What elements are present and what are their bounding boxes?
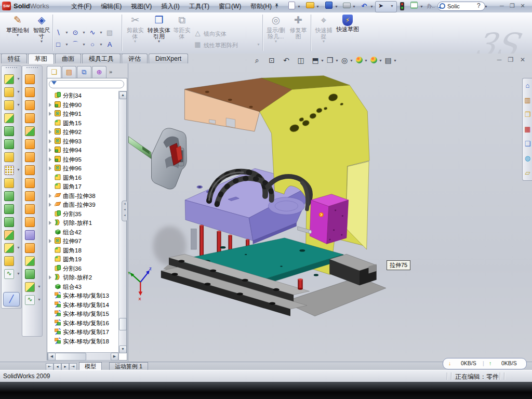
tree-item[interactable]: 分割34 <box>47 91 118 100</box>
extruded-surface-button[interactable] <box>22 73 42 86</box>
dropdown-icon[interactable]: ▼ <box>393 59 397 62</box>
planar-surface-button[interactable] <box>22 151 42 164</box>
tree-item[interactable]: 圆角15 <box>47 118 118 128</box>
menu-item[interactable]: 工具(T) <box>184 0 214 12</box>
zoom-to-fit-icon[interactable]: ⌕ <box>251 55 263 66</box>
reference-geometry-button[interactable] <box>2 255 21 268</box>
save-dropdown-icon[interactable]: ▼ <box>335 5 338 8</box>
tree-item[interactable]: 圆角18 <box>47 246 118 255</box>
ribbon-tab-3[interactable]: 模具工具 <box>82 54 121 63</box>
guide-rod[interactable] <box>129 137 151 159</box>
arc-button[interactable]: ⌒▼ <box>70 39 87 50</box>
curve-button[interactable]: ∿▼ <box>2 268 21 281</box>
extruded-boss-button[interactable]: ▼ <box>2 73 21 86</box>
options-dropdown-icon[interactable]: ▼ <box>420 5 423 8</box>
menu-item[interactable]: 文件(F) <box>66 0 96 12</box>
shell-button[interactable] <box>2 216 21 229</box>
circle-button[interactable]: ⊙▼ <box>70 27 87 38</box>
tree-item[interactable]: 实体-移动/复制15 <box>47 309 118 318</box>
tree-item[interactable]: 拉伸90 <box>47 100 118 110</box>
linear-pattern-button[interactable]: ▼ <box>2 164 21 177</box>
line-button[interactable]: ∖▼ <box>52 27 70 38</box>
tree-item[interactable]: 拉伸97 <box>47 236 118 246</box>
lofted-surface-button[interactable] <box>22 112 42 125</box>
ribbon-tab-1[interactable]: 草图 <box>28 54 54 64</box>
smart-dimension-button[interactable]: ◈ 智能尺寸 ▼ <box>31 14 52 51</box>
model-3d-view[interactable]: Y Z X <box>128 54 532 362</box>
tree-item[interactable]: 实体-移动/复制17 <box>47 327 118 337</box>
tree-item[interactable]: 拉伸91 <box>47 109 118 118</box>
thicken-button[interactable] <box>22 268 42 281</box>
measure-button[interactable]: ╱ <box>3 292 20 307</box>
toolbar-grip[interactable] <box>6 67 17 72</box>
filled-surface-button[interactable] <box>22 138 42 151</box>
expander-icon[interactable] <box>49 112 51 116</box>
doc-nav-button[interactable]: ▸ <box>61 363 69 370</box>
dropdown-icon[interactable]: ▼ <box>37 298 41 301</box>
convert-entities-button[interactable]: ❒ 转换实体引用 ▼ <box>147 14 171 51</box>
pattern-dropdown-icon[interactable]: ▼ <box>257 43 260 46</box>
dropdown-icon[interactable]: ▼ <box>17 246 20 249</box>
repair-sketch-button[interactable]: ✚ 修复草图 <box>288 14 309 51</box>
custom-properties-icon[interactable]: ▱ <box>523 166 532 180</box>
save-icon[interactable] <box>324 2 334 11</box>
zoom-to-area-icon[interactable]: ⊡ <box>266 55 277 66</box>
dropdown-icon[interactable]: ▼ <box>17 272 20 275</box>
delete-face-button[interactable] <box>22 203 42 216</box>
configurationmanager-tab[interactable]: ⧉ <box>77 66 91 78</box>
featuremanager-tab[interactable]: ❑ <box>47 66 61 78</box>
dropdown-icon[interactable]: ▼ <box>17 168 20 171</box>
file-explorer-icon[interactable]: ❐ <box>523 108 532 122</box>
doc-close-button[interactable]: ✕ <box>518 56 527 64</box>
new-document-icon[interactable] <box>287 2 296 11</box>
insert-feature-button[interactable]: ▼ <box>2 242 21 255</box>
freeform-button[interactable]: ∿▼ <box>22 294 42 307</box>
hole-wizard-button[interactable] <box>2 151 21 164</box>
dropdown-icon[interactable]: ▼ <box>335 59 339 62</box>
extend-surface-button[interactable] <box>22 190 42 203</box>
tree-item[interactable]: 切除-放样2 <box>47 273 118 282</box>
toolbox-icon[interactable]: ▦ <box>523 122 532 137</box>
offset-surface-button[interactable] <box>22 164 42 177</box>
options-icon[interactable] <box>409 2 419 11</box>
tree-item[interactable]: 切除-放样1 <box>47 218 118 228</box>
expander-icon[interactable] <box>49 148 51 152</box>
expander-icon[interactable] <box>49 203 51 207</box>
quick-snaps-button[interactable]: ⌖ 快速捕捉 ▼ <box>313 14 334 51</box>
scroll-left-button[interactable]: ◀ <box>48 353 56 361</box>
revolved-boss-button[interactable] <box>2 125 21 138</box>
home-icon[interactable]: ⌂ <box>523 78 532 93</box>
tree-hscrollbar[interactable]: ◀ ▶ <box>47 352 119 361</box>
panel-splitter[interactable]: ◂◂◂ <box>122 201 128 221</box>
expander-icon[interactable] <box>49 275 51 280</box>
expander-icon[interactable] <box>49 221 51 225</box>
linear-sketch-pattern-button[interactable]: ▦ 线性草图阵列 <box>192 39 260 50</box>
rectangle-button[interactable]: □▼ <box>52 39 70 50</box>
help-button[interactable]: ? <box>477 2 481 9</box>
select-box-button[interactable]: ▧ <box>104 27 121 38</box>
view-settings-icon[interactable]: ▤ <box>382 55 394 66</box>
expander-icon[interactable] <box>49 130 51 134</box>
boundary-surface-button[interactable] <box>22 125 42 138</box>
dropdown-icon[interactable]: ▼ <box>379 59 382 62</box>
untrim-surface-button[interactable] <box>22 242 42 255</box>
trim-surface-button[interactable] <box>22 229 42 242</box>
minimize-button[interactable]: ─ <box>498 2 506 10</box>
mirror-feature-button[interactable] <box>2 177 21 190</box>
doc-nav-button[interactable]: ⇤ <box>46 363 54 370</box>
text-button[interactable]: A <box>104 39 121 50</box>
tree-item[interactable]: 拉伸95 <box>47 155 118 164</box>
tree-item[interactable]: 圆角17 <box>47 182 118 191</box>
tree-item[interactable]: 实体-移动/复制16 <box>47 318 118 328</box>
scroll-down-button[interactable]: ▼ <box>119 345 127 353</box>
select-button[interactable]: ➤▼ <box>375 1 397 12</box>
trim-entities-button[interactable]: ✂ 剪裁实体 ▼ <box>125 14 145 51</box>
doc-nav-button[interactable]: ⇥ <box>69 363 77 370</box>
print-dropdown-icon[interactable]: ▼ <box>352 5 356 8</box>
sketch-button[interactable]: ✎ 草图绘制 ▼ <box>6 14 29 51</box>
mirror-entities-button[interactable]: △ 镜向实体 <box>192 28 260 39</box>
tree-item[interactable]: 分割35 <box>47 209 118 219</box>
scroll-right-button[interactable]: ▶ <box>111 353 118 361</box>
tree-item[interactable]: 分割36 <box>47 264 118 273</box>
dropdown-icon[interactable]: ▼ <box>37 285 41 288</box>
